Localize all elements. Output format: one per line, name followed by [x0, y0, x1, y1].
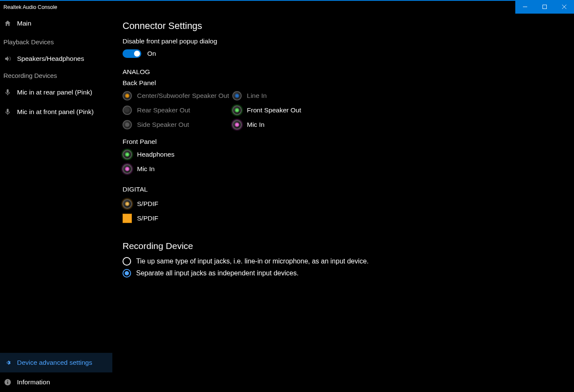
jack-pink-icon — [123, 164, 132, 174]
jack-orange-icon — [123, 91, 132, 100]
spdif1-label: S/PDIF — [137, 200, 158, 208]
nav-main-label: Main — [17, 20, 31, 27]
maximize-button[interactable] — [535, 0, 554, 14]
nav-advanced-label: Device advanced settings — [17, 359, 92, 366]
jack-headphones-label: Headphones — [137, 151, 174, 158]
svg-rect-1 — [543, 5, 547, 9]
jack-side-speaker[interactable]: Side Speaker Out — [123, 117, 229, 132]
nav-mic-rear-label: Mic in at rear panel (Pink) — [17, 89, 92, 96]
rec-option-separate[interactable]: Separate all input jacks as independent … — [123, 267, 574, 279]
mic-icon — [3, 88, 12, 97]
toggle-state: On — [147, 50, 156, 57]
rec-option-tie-label: Tie up same type of input jacks, i.e. li… — [136, 258, 368, 265]
jack-green-icon — [232, 106, 242, 115]
svg-rect-5 — [7, 382, 8, 384]
home-icon — [3, 19, 12, 28]
close-button[interactable] — [554, 0, 574, 14]
back-panel-label: Back Panel — [123, 79, 574, 87]
spdif-optical-icon — [123, 214, 132, 223]
playback-group-title: Playback Devices — [0, 33, 112, 49]
nav-advanced-settings[interactable]: Device advanced settings — [0, 353, 112, 372]
jack-black-icon — [123, 106, 132, 115]
nav-information-label: Information — [17, 378, 50, 386]
nav-mic-front[interactable]: Mic in at front panel (Pink) — [0, 102, 112, 122]
jack-mic-in-front[interactable]: Mic In — [123, 162, 574, 176]
rec-option-sep-label: Separate all input jacks as independent … — [136, 269, 299, 277]
jack-green-icon — [123, 150, 132, 159]
jack-line-in[interactable]: Line In — [232, 89, 301, 103]
minimize-button[interactable] — [515, 0, 535, 14]
spdif2-label: S/PDIF — [137, 215, 158, 222]
spdif-coax-icon — [123, 199, 132, 209]
disable-popup-label: Disable front panel popup dialog — [123, 37, 574, 45]
jack-mic-in-front-label: Mic In — [137, 165, 154, 173]
jack-rear-label: Rear Speaker Out — [137, 106, 190, 114]
radio-icon — [123, 257, 131, 266]
jack-front-speaker[interactable]: Front Speaker Out — [232, 103, 301, 117]
radio-selected-icon — [123, 269, 131, 278]
jack-front-sp-label: Front Speaker Out — [247, 106, 301, 114]
digital-head: DIGITAL — [123, 186, 574, 193]
content-pane: Connector Settings Disable front panel p… — [112, 14, 574, 392]
page-title: Connector Settings — [123, 20, 574, 31]
nav-speakers[interactable]: Speakers/Headphones — [0, 49, 112, 69]
front-panel-label: Front Panel — [123, 138, 574, 146]
analog-head: ANALOG — [123, 68, 574, 76]
nav-mic-front-label: Mic in at front panel (Pink) — [17, 108, 94, 116]
jack-center-sub[interactable]: Center/Subwoofer Speaker Out — [123, 89, 229, 103]
nav-mic-rear[interactable]: Mic in at rear panel (Pink) — [0, 83, 112, 102]
jack-blue-icon — [232, 91, 242, 100]
jack-line-in-label: Line In — [247, 92, 267, 100]
jack-rear-speaker[interactable]: Rear Speaker Out — [123, 103, 229, 117]
spdif-coax[interactable]: S/PDIF — [123, 197, 574, 211]
gear-icon — [3, 358, 12, 367]
nav-speakers-label: Speakers/Headphones — [17, 55, 84, 63]
recording-device-head: Recording Device — [123, 241, 574, 251]
jack-side-label: Side Speaker Out — [137, 121, 189, 129]
spdif-optical[interactable]: S/PDIF — [123, 211, 574, 226]
jack-headphones[interactable]: Headphones — [123, 147, 574, 162]
sidebar: Main Playback Devices Speakers/Headphone… — [0, 14, 112, 392]
jack-grey-icon — [123, 120, 132, 129]
titlebar: Realtek Audio Console — [0, 1, 574, 14]
nav-main[interactable]: Main — [0, 14, 112, 33]
info-icon — [3, 378, 12, 386]
window-controls — [515, 0, 574, 14]
jack-center-sub-label: Center/Subwoofer Speaker Out — [137, 92, 229, 100]
recording-group-title: Recording Devices — [0, 69, 112, 83]
nav-information[interactable]: Information — [0, 372, 112, 392]
rec-option-tie[interactable]: Tie up same type of input jacks, i.e. li… — [123, 255, 574, 267]
app-title: Realtek Audio Console — [0, 4, 57, 10]
disable-popup-toggle[interactable] — [123, 49, 141, 58]
jack-mic-in-back-label: Mic In — [247, 121, 264, 129]
svg-rect-6 — [7, 381, 8, 381]
jack-pink-icon — [232, 120, 242, 129]
speaker-icon — [3, 54, 12, 63]
mic-icon — [3, 108, 12, 116]
jack-mic-in-back[interactable]: Mic In — [232, 117, 301, 132]
